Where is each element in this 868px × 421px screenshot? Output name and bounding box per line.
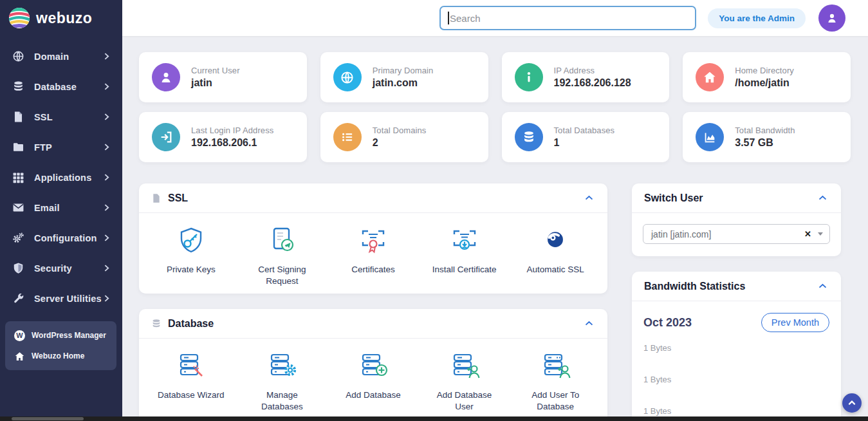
collapse-chevron-up-icon[interactable] xyxy=(582,317,595,330)
stat-label: Total Domains xyxy=(373,126,427,135)
list-icon xyxy=(333,123,362,151)
database-item-label: Add Database User xyxy=(431,389,498,413)
wordpress-icon xyxy=(14,330,25,341)
add-database-icon xyxy=(358,350,389,382)
stat-card-primary-domain: Primary Domainjatin.com xyxy=(320,52,488,102)
stat-value: jatin xyxy=(191,77,240,89)
bandwidth-value: 1 Bytes xyxy=(643,406,671,416)
database-item-add-user[interactable]: Add Database User xyxy=(419,350,510,413)
sidebar-item-ssl[interactable]: SSL xyxy=(0,102,122,132)
clear-selection-icon[interactable]: ✕ xyxy=(804,229,811,239)
collapse-chevron-up-icon[interactable] xyxy=(582,192,595,205)
chevron-right-icon xyxy=(102,52,111,61)
stat-value: 2 xyxy=(373,137,427,149)
horizontal-scrollbar[interactable] xyxy=(0,416,868,421)
sidebar-item-configuration[interactable]: Configuration xyxy=(0,223,122,253)
database-item-label: Manage Databases xyxy=(248,389,315,413)
stat-value: 192.168.206.128 xyxy=(554,77,631,89)
stat-card-total-databases: Total Databases1 xyxy=(502,112,670,162)
search-wrap xyxy=(439,6,696,30)
ssl-item-private-keys[interactable]: Private Keys xyxy=(145,225,237,287)
switch-user-select[interactable]: jatin [jatin.com] ✕ xyxy=(643,224,830,244)
database-item-label: Database Wizard xyxy=(158,389,225,401)
sidebar-item-label: Applications xyxy=(34,173,102,183)
sidebar-item-label: FTP xyxy=(34,142,102,153)
wordpress-manager-link[interactable]: WordPress Manager xyxy=(5,325,116,346)
search-input[interactable] xyxy=(439,6,696,30)
avatar-button[interactable] xyxy=(818,5,845,32)
select-caret-icon xyxy=(818,232,823,236)
brand[interactable]: webuzo xyxy=(0,0,122,36)
stat-label: Total Bandwidth xyxy=(735,126,795,135)
stat-card-current-user: Current Userjatin xyxy=(139,52,307,102)
sidebar-item-database[interactable]: Database xyxy=(0,71,122,102)
stat-card-last-login-ip: Last Login IP Address192.168.206.1 xyxy=(139,112,307,162)
cert-signing-request-icon xyxy=(266,225,297,257)
add-user-to-database-icon xyxy=(540,350,571,382)
stats-grid: Current Userjatin Primary Domainjatin.co… xyxy=(139,52,851,162)
topbar: You are the Admin xyxy=(122,0,868,36)
database-icon xyxy=(151,319,162,329)
topbar-right: You are the Admin xyxy=(708,0,845,36)
webuzo-home-link[interactable]: Webuzo Home xyxy=(5,346,116,366)
info-icon xyxy=(515,63,543,91)
ssl-item-label: Install Certificate xyxy=(432,264,497,276)
sidebar-item-label: Domain xyxy=(34,51,102,62)
sidebar-item-ftp[interactable]: FTP xyxy=(0,132,122,162)
quick-link-label: WordPress Manager xyxy=(32,331,106,340)
stat-label: Total Databases xyxy=(554,126,615,135)
stat-card-total-bandwidth: Total Bandwidth3.57 GB xyxy=(683,112,851,162)
content: Current Userjatin Primary Domainjatin.co… xyxy=(122,36,868,421)
sidebar-item-server-utilities[interactable]: Server Utilities xyxy=(0,283,122,313)
admin-badge: You are the Admin xyxy=(708,8,806,28)
chevron-right-icon xyxy=(102,294,111,303)
ssl-item-automatic-ssl[interactable]: Automatic SSL xyxy=(510,225,601,287)
collapse-chevron-up-icon[interactable] xyxy=(816,280,829,293)
database-item-wizard[interactable]: Database Wizard xyxy=(145,350,237,413)
database-item-manage[interactable]: Manage Databases xyxy=(237,350,328,413)
install-certificate-icon xyxy=(449,225,480,257)
home-icon xyxy=(14,351,25,362)
bandwidth-panel: Bandwidth Statistics Oct 2023 Prev Month… xyxy=(632,272,841,421)
scroll-to-top-button[interactable] xyxy=(842,393,862,413)
bandwidth-row: 1 Bytes xyxy=(632,364,841,395)
ssl-panel-header: SSL xyxy=(139,183,607,213)
panel-title: SSL xyxy=(168,192,188,204)
collapse-chevron-up-icon[interactable] xyxy=(816,192,829,205)
database-item-add[interactable]: Add Database xyxy=(328,350,419,413)
bandwidth-month-row: Oct 2023 Prev Month xyxy=(632,301,841,332)
prev-month-button[interactable]: Prev Month xyxy=(761,313,829,332)
bandwidth-row: 1 Bytes xyxy=(632,332,841,364)
selected-user: jatin [jatin.com] xyxy=(651,229,804,239)
sidebar-item-label: Security xyxy=(34,263,102,274)
lower-columns: SSL Private Keys xyxy=(139,183,851,421)
right-column: Switch User jatin [jatin.com] ✕ xyxy=(632,183,841,421)
ssl-item-certificates[interactable]: Certificates xyxy=(328,225,419,287)
database-icon xyxy=(12,80,24,93)
chevron-right-icon xyxy=(102,173,111,182)
sidebar-item-applications[interactable]: Applications xyxy=(0,162,122,192)
bandwidth-value: 1 Bytes xyxy=(643,343,671,353)
sidebar-item-email[interactable]: Email xyxy=(0,192,122,223)
globe-icon xyxy=(12,50,24,62)
scrollbar-thumb[interactable] xyxy=(12,417,84,420)
quick-link-label: Webuzo Home xyxy=(32,351,84,360)
sign-in-icon xyxy=(152,123,180,151)
file-icon xyxy=(151,193,162,203)
panel-title: Switch User xyxy=(644,192,703,204)
database-item-add-user-to-db[interactable]: Add User To Database xyxy=(510,350,601,413)
folder-icon xyxy=(12,141,24,153)
stat-value: jatin.com xyxy=(373,77,434,89)
user-icon xyxy=(152,63,180,91)
stat-label: Last Login IP Address xyxy=(191,126,273,135)
sidebar-item-domain[interactable]: Domain xyxy=(0,41,122,71)
bandwidth-value: 1 Bytes xyxy=(643,375,671,384)
sidebar-item-security[interactable]: Security xyxy=(0,253,122,283)
ssl-item-label: Cert Signing Request xyxy=(248,264,315,287)
ssl-item-cert-signing-request[interactable]: Cert Signing Request xyxy=(237,225,328,287)
stat-value: 1 xyxy=(554,137,615,149)
ssl-item-install-certificate[interactable]: Install Certificate xyxy=(419,225,510,287)
chevron-up-icon xyxy=(847,398,857,408)
globe-icon xyxy=(333,63,362,91)
sidebar-nav: Domain Database SSL FTP Applications xyxy=(0,36,122,313)
